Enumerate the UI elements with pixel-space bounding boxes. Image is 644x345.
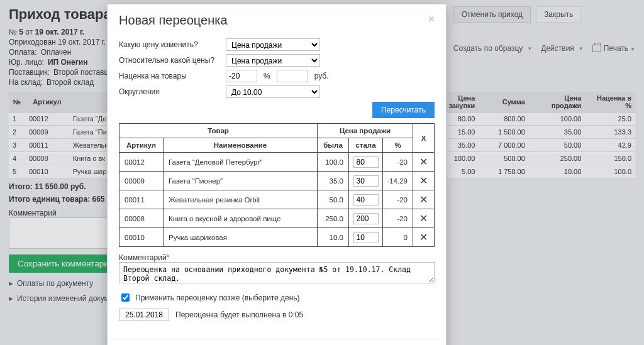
revaluation-row: 00012Газета "Деловой Петербург"100.0-20✕ xyxy=(119,153,435,172)
apply-date-input[interactable] xyxy=(119,309,169,321)
apply-later-checkbox[interactable] xyxy=(121,293,130,302)
th-now: стала xyxy=(349,138,383,153)
rub-label: руб. xyxy=(314,72,329,80)
th-sale-price: Цена продажи xyxy=(318,124,413,138)
now-input[interactable] xyxy=(353,213,379,224)
cell-now xyxy=(349,228,383,247)
which-price-select[interactable]: Цена продажи xyxy=(226,38,320,51)
pct-sign: % xyxy=(264,72,270,80)
relative-price-select[interactable]: Цена продажи xyxy=(226,54,320,67)
delete-row-icon[interactable]: ✕ xyxy=(419,213,428,224)
cell-was: 35.0 xyxy=(318,172,349,190)
delete-row-icon[interactable]: ✕ xyxy=(419,175,428,186)
cell-pct: 0 xyxy=(383,228,413,247)
th-delete: X xyxy=(413,124,435,153)
th-product: Товар xyxy=(119,124,318,138)
revaluation-row: 00010Ручка шариковая10.00✕ xyxy=(119,228,435,247)
cell-sku: 00012 xyxy=(119,153,164,172)
modal-comment-label: Комментарий* xyxy=(119,253,435,262)
cell-pct: -20 xyxy=(383,153,413,172)
revaluation-row: 00008Книга о вкусной и здоровой пище250.… xyxy=(119,209,435,228)
now-input[interactable] xyxy=(353,156,379,168)
which-price-label: Какую цену изменить? xyxy=(119,40,219,49)
cell-now xyxy=(349,209,383,228)
round-label: Округление xyxy=(119,87,219,96)
cell-now xyxy=(349,153,383,172)
cell-pct: -20 xyxy=(383,190,413,209)
delete-row-icon[interactable]: ✕ xyxy=(419,194,428,205)
revaluation-table: Товар Цена продажи X Артикул Наименовани… xyxy=(119,123,435,247)
cell-was: 100.0 xyxy=(318,153,349,172)
cell-pct: -20 xyxy=(383,209,413,228)
revaluation-modal: Новая переоценка × Какую цену изменить? … xyxy=(107,4,447,345)
cell-now xyxy=(349,190,383,209)
cell-now xyxy=(349,172,383,190)
apply-later-label: Применить переоценку позже (выберите ден… xyxy=(135,293,300,302)
th-pct: % xyxy=(383,138,413,153)
cell-name: Книга о вкусной и здоровой пище xyxy=(164,209,318,228)
revaluation-row: 00009Газета "Пионер"35.0-14.29✕ xyxy=(119,172,435,190)
now-input[interactable] xyxy=(353,232,379,243)
now-input[interactable] xyxy=(353,194,379,205)
now-input[interactable] xyxy=(353,175,379,187)
th-was: была xyxy=(318,138,349,153)
markup-label: Наценка на товары xyxy=(119,72,219,80)
apply-time-note: Переоценка будет выполнена в 0:05 xyxy=(175,310,303,319)
cell-was: 10.0 xyxy=(318,228,349,247)
cell-sku: 00011 xyxy=(119,190,164,209)
markup-pct-input[interactable] xyxy=(226,70,257,82)
th-name: Наименование xyxy=(164,138,318,153)
cell-sku: 00009 xyxy=(119,172,164,190)
cell-was: 50.0 xyxy=(318,190,349,209)
relative-price-label: Относительно какой цены? xyxy=(119,56,219,65)
close-icon[interactable]: × xyxy=(428,13,435,25)
markup-rub-input[interactable] xyxy=(277,70,308,82)
delete-row-icon[interactable]: ✕ xyxy=(419,156,428,167)
recalc-button[interactable]: Пересчитать xyxy=(372,102,435,118)
round-select[interactable]: До 10.00 xyxy=(226,85,320,98)
delete-row-icon[interactable]: ✕ xyxy=(419,232,428,243)
cell-name: Жевательная резинка Orbit xyxy=(164,190,318,209)
cell-was: 250.0 xyxy=(318,209,349,228)
cell-name: Газета "Пионер" xyxy=(164,172,318,190)
th-sku: Артикул xyxy=(119,138,164,153)
cell-sku: 00008 xyxy=(119,209,164,228)
cell-name: Ручка шариковая xyxy=(164,228,318,247)
cell-name: Газета "Деловой Петербург" xyxy=(164,153,318,172)
cell-pct: -14.29 xyxy=(383,172,413,190)
cell-sku: 00010 xyxy=(119,228,164,247)
modal-title: Новая переоценка xyxy=(119,13,228,28)
modal-comment-textarea[interactable]: Переоценка на основании приходного докум… xyxy=(119,262,435,283)
revaluation-row: 00011Жевательная резинка Orbit50.0-20✕ xyxy=(119,190,435,209)
